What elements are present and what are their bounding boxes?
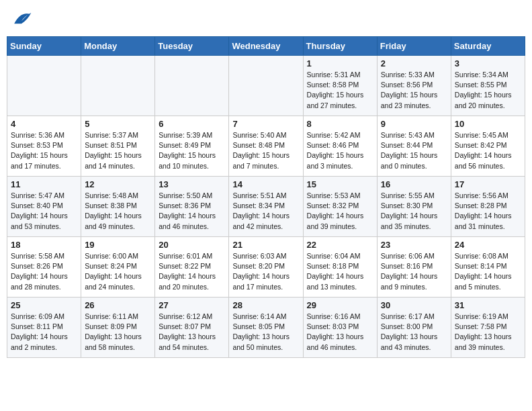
day-info: Sunrise: 6:12 AM Sunset: 8:07 PM Dayligh…	[159, 312, 225, 353]
day-number: 10	[455, 119, 521, 129]
calendar-cell: 23Sunrise: 6:06 AM Sunset: 8:16 PM Dayli…	[377, 237, 451, 298]
weekday-header-friday: Friday	[377, 37, 451, 56]
calendar-cell: 9Sunrise: 5:43 AM Sunset: 8:44 PM Daylig…	[377, 116, 451, 177]
calendar-week-1: 1Sunrise: 5:31 AM Sunset: 8:58 PM Daylig…	[7, 56, 525, 116]
day-number: 20	[159, 240, 225, 250]
weekday-header-saturday: Saturday	[451, 37, 525, 56]
day-info: Sunrise: 6:03 AM Sunset: 8:20 PM Dayligh…	[232, 251, 299, 292]
calendar-cell: 22Sunrise: 6:04 AM Sunset: 8:18 PM Dayli…	[303, 237, 377, 298]
calendar-cell: 10Sunrise: 5:45 AM Sunset: 8:42 PM Dayli…	[451, 116, 525, 177]
calendar-cell: 20Sunrise: 6:01 AM Sunset: 8:22 PM Dayli…	[155, 237, 229, 298]
day-info: Sunrise: 5:39 AM Sunset: 8:49 PM Dayligh…	[159, 130, 225, 171]
day-number: 15	[307, 179, 373, 189]
day-info: Sunrise: 6:04 AM Sunset: 8:18 PM Dayligh…	[307, 251, 373, 292]
calendar-cell: 4Sunrise: 5:36 AM Sunset: 8:53 PM Daylig…	[7, 116, 81, 177]
calendar-cell: 18Sunrise: 5:58 AM Sunset: 8:26 PM Dayli…	[7, 237, 81, 298]
day-info: Sunrise: 5:58 AM Sunset: 8:26 PM Dayligh…	[11, 251, 77, 292]
day-info: Sunrise: 5:42 AM Sunset: 8:46 PM Dayligh…	[307, 130, 373, 171]
calendar-cell: 1Sunrise: 5:31 AM Sunset: 8:58 PM Daylig…	[303, 56, 377, 116]
calendar-cell: 31Sunrise: 6:19 AM Sunset: 7:58 PM Dayli…	[451, 298, 525, 358]
calendar-cell: 25Sunrise: 6:09 AM Sunset: 8:11 PM Dayli…	[7, 298, 81, 358]
calendar-cell: 26Sunrise: 6:11 AM Sunset: 8:09 PM Dayli…	[81, 298, 155, 358]
calendar-cell	[155, 56, 229, 116]
calendar-cell: 27Sunrise: 6:12 AM Sunset: 8:07 PM Dayli…	[155, 298, 229, 358]
calendar-cell: 12Sunrise: 5:48 AM Sunset: 8:38 PM Dayli…	[81, 177, 155, 237]
day-info: Sunrise: 5:36 AM Sunset: 8:53 PM Dayligh…	[11, 130, 77, 171]
day-info: Sunrise: 5:55 AM Sunset: 8:30 PM Dayligh…	[381, 191, 447, 232]
day-info: Sunrise: 5:47 AM Sunset: 8:40 PM Dayligh…	[11, 191, 77, 232]
calendar-cell	[229, 56, 303, 116]
day-number: 17	[455, 179, 521, 189]
day-number: 19	[85, 240, 151, 250]
day-number: 23	[381, 240, 447, 250]
calendar-cell: 13Sunrise: 5:50 AM Sunset: 8:36 PM Dayli…	[155, 177, 229, 237]
weekday-header-row: SundayMondayTuesdayWednesdayThursdayFrid…	[7, 37, 525, 56]
day-number: 27	[159, 300, 225, 310]
day-number: 8	[307, 119, 373, 129]
day-number: 22	[307, 240, 373, 250]
weekday-header-tuesday: Tuesday	[155, 37, 229, 56]
day-number: 9	[381, 119, 447, 129]
calendar-cell: 17Sunrise: 5:56 AM Sunset: 8:28 PM Dayli…	[451, 177, 525, 237]
day-number: 14	[232, 179, 299, 189]
calendar-cell	[81, 56, 155, 116]
calendar-cell: 15Sunrise: 5:53 AM Sunset: 8:32 PM Dayli…	[303, 177, 377, 237]
day-number: 29	[307, 300, 373, 310]
day-number: 31	[455, 300, 521, 310]
weekday-header-thursday: Thursday	[303, 37, 377, 56]
calendar-week-5: 25Sunrise: 6:09 AM Sunset: 8:11 PM Dayli…	[7, 298, 525, 358]
calendar-week-3: 11Sunrise: 5:47 AM Sunset: 8:40 PM Dayli…	[7, 177, 525, 237]
day-number: 5	[85, 119, 151, 129]
day-number: 24	[455, 240, 521, 250]
day-number: 11	[11, 179, 77, 189]
calendar-cell: 8Sunrise: 5:42 AM Sunset: 8:46 PM Daylig…	[303, 116, 377, 177]
logo-icon	[9, 7, 34, 31]
calendar-cell: 19Sunrise: 6:00 AM Sunset: 8:24 PM Dayli…	[81, 237, 155, 298]
day-number: 6	[159, 119, 225, 129]
day-info: Sunrise: 6:09 AM Sunset: 8:11 PM Dayligh…	[11, 312, 77, 353]
day-info: Sunrise: 6:06 AM Sunset: 8:16 PM Dayligh…	[381, 251, 447, 292]
calendar-week-4: 18Sunrise: 5:58 AM Sunset: 8:26 PM Dayli…	[7, 237, 525, 298]
calendar-cell: 30Sunrise: 6:17 AM Sunset: 8:00 PM Dayli…	[377, 298, 451, 358]
day-info: Sunrise: 5:37 AM Sunset: 8:51 PM Dayligh…	[85, 130, 151, 171]
day-number: 12	[85, 179, 151, 189]
calendar-cell: 6Sunrise: 5:39 AM Sunset: 8:49 PM Daylig…	[155, 116, 229, 177]
day-info: Sunrise: 5:51 AM Sunset: 8:34 PM Dayligh…	[232, 191, 299, 232]
calendar-cell: 2Sunrise: 5:33 AM Sunset: 8:56 PM Daylig…	[377, 56, 451, 116]
day-number: 26	[85, 300, 151, 310]
calendar-table: SundayMondayTuesdayWednesdayThursdayFrid…	[7, 36, 525, 358]
calendar-cell: 11Sunrise: 5:47 AM Sunset: 8:40 PM Dayli…	[7, 177, 81, 237]
day-number: 16	[381, 179, 447, 189]
calendar-cell: 29Sunrise: 6:16 AM Sunset: 8:03 PM Dayli…	[303, 298, 377, 358]
page-header	[7, 7, 525, 31]
day-number: 28	[232, 300, 299, 310]
day-number: 21	[232, 240, 299, 250]
day-number: 30	[381, 300, 447, 310]
day-info: Sunrise: 6:08 AM Sunset: 8:14 PM Dayligh…	[455, 251, 521, 292]
day-info: Sunrise: 5:33 AM Sunset: 8:56 PM Dayligh…	[381, 70, 447, 111]
calendar-cell	[7, 56, 81, 116]
day-number: 18	[11, 240, 77, 250]
day-info: Sunrise: 6:14 AM Sunset: 8:05 PM Dayligh…	[232, 312, 299, 353]
day-info: Sunrise: 6:11 AM Sunset: 8:09 PM Dayligh…	[85, 312, 151, 353]
day-info: Sunrise: 5:34 AM Sunset: 8:55 PM Dayligh…	[455, 70, 521, 111]
calendar-cell: 5Sunrise: 5:37 AM Sunset: 8:51 PM Daylig…	[81, 116, 155, 177]
day-number: 4	[11, 119, 77, 129]
calendar-cell: 16Sunrise: 5:55 AM Sunset: 8:30 PM Dayli…	[377, 177, 451, 237]
day-info: Sunrise: 5:56 AM Sunset: 8:28 PM Dayligh…	[455, 191, 521, 232]
day-info: Sunrise: 5:50 AM Sunset: 8:36 PM Dayligh…	[159, 191, 225, 232]
day-info: Sunrise: 5:45 AM Sunset: 8:42 PM Dayligh…	[455, 130, 521, 171]
calendar-cell: 14Sunrise: 5:51 AM Sunset: 8:34 PM Dayli…	[229, 177, 303, 237]
day-number: 2	[381, 58, 447, 68]
weekday-header-wednesday: Wednesday	[229, 37, 303, 56]
calendar-cell: 7Sunrise: 5:40 AM Sunset: 8:48 PM Daylig…	[229, 116, 303, 177]
weekday-header-sunday: Sunday	[7, 37, 81, 56]
day-info: Sunrise: 6:00 AM Sunset: 8:24 PM Dayligh…	[85, 251, 151, 292]
logo	[9, 7, 36, 31]
day-info: Sunrise: 5:40 AM Sunset: 8:48 PM Dayligh…	[232, 130, 299, 171]
day-info: Sunrise: 6:01 AM Sunset: 8:22 PM Dayligh…	[159, 251, 225, 292]
weekday-header-monday: Monday	[81, 37, 155, 56]
calendar-cell: 21Sunrise: 6:03 AM Sunset: 8:20 PM Dayli…	[229, 237, 303, 298]
day-info: Sunrise: 6:16 AM Sunset: 8:03 PM Dayligh…	[307, 312, 373, 353]
calendar-cell: 3Sunrise: 5:34 AM Sunset: 8:55 PM Daylig…	[451, 56, 525, 116]
